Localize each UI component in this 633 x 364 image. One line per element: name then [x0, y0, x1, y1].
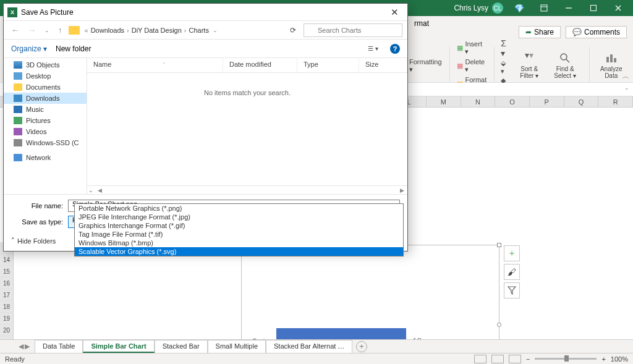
save-type-option[interactable]: Windows Bitmap (*.bmp) — [75, 239, 403, 247]
dialog-titlebar[interactable]: X Save As Picture ✕ — [4, 4, 407, 21]
breadcrumb-2[interactable]: DiY Data Design — [132, 27, 182, 34]
row-header[interactable]: 19 — [0, 313, 14, 324]
row-header[interactable]: 16 — [0, 277, 14, 289]
sheet-tab[interactable]: Small Multiple — [208, 340, 266, 353]
tree-item[interactable]: Pictures — [4, 115, 87, 126]
zoom-out-button[interactable]: − — [526, 355, 530, 363]
row-header[interactable]: 15 — [0, 266, 14, 277]
column-header-size[interactable]: Size — [359, 58, 407, 72]
view-pagelayout-button[interactable] — [491, 355, 504, 363]
view-normal-button[interactable] — [474, 355, 486, 363]
column-header[interactable]: P — [530, 96, 564, 107]
fill-icon[interactable]: ⬙ ▾ — [501, 59, 511, 75]
tree-item[interactable]: Documents — [4, 82, 87, 93]
delete-cells-button[interactable]: ▦Delete ▾ — [456, 57, 488, 74]
sheet-tab-bar: ◀ ▶ Data TableSimple Bar ChartStacked Ba… — [0, 339, 633, 353]
column-header[interactable]: Q — [564, 96, 599, 107]
view-mode-button[interactable]: ☰ ▾ — [365, 43, 381, 54]
chart-styles-button[interactable]: 🖌 — [504, 264, 520, 280]
autosum-icon[interactable]: Σ ▾ — [501, 38, 511, 58]
hide-folders-button[interactable]: ˄ Hide Folders — [11, 237, 56, 245]
save-type-option[interactable]: JPEG File Interchange Format (*.jpg) — [75, 213, 403, 221]
organize-button[interactable]: Organize ▾ — [11, 44, 47, 53]
chart-elements-button[interactable]: ＋ — [504, 245, 520, 261]
ribbon-display-icon[interactable] — [532, 0, 556, 16]
conditional-formatting-button[interactable]: Formatting ▾ — [408, 57, 443, 74]
breadcrumb[interactable]: « Downloads › DiY Data Design › Charts ⌄ — [83, 27, 283, 34]
scroll-left-icon[interactable]: ◀ — [96, 187, 104, 193]
sheet-tab[interactable]: Data Table — [35, 340, 83, 353]
search-input[interactable] — [304, 23, 402, 37]
share-button[interactable]: ➦ Share — [519, 26, 561, 38]
sort-filter-button[interactable]: Sort & Filter ▾ — [514, 52, 545, 79]
scroll-right-icon[interactable]: ▶ — [398, 187, 406, 193]
resize-handle-ne[interactable] — [497, 243, 501, 247]
breadcrumb-1[interactable]: Downloads — [91, 27, 124, 34]
column-header[interactable]: N — [461, 96, 496, 107]
tree-item[interactable]: 3D Objects — [4, 59, 87, 70]
save-type-option[interactable]: Portable Network Graphics (*.png) — [75, 204, 403, 213]
account-user[interactable]: Chris Lysy CL — [454, 2, 503, 14]
sheet-nav-next[interactable]: ▶ — [25, 342, 30, 350]
folder-icon — [14, 128, 22, 135]
refresh-button[interactable]: ⟳ — [286, 25, 300, 36]
help-button[interactable]: ? — [390, 44, 400, 54]
row-header[interactable]: 17 — [0, 289, 14, 301]
breadcrumb-3[interactable]: Charts — [189, 27, 209, 34]
status-ready: Ready — [5, 355, 25, 363]
nav-back-button[interactable]: ← — [9, 24, 22, 36]
save-type-option[interactable]: Graphics Interchange Format (*.gif) — [75, 221, 403, 230]
tree-item[interactable]: Desktop — [4, 70, 87, 82]
column-header-date[interactable]: Date modified — [223, 58, 297, 72]
tree-collapse-icon[interactable]: ⌄ — [88, 187, 93, 193]
tree-item[interactable]: Music — [4, 104, 87, 115]
tree-item[interactable]: Videos — [4, 126, 87, 137]
find-select-button[interactable]: Find & Select ▾ — [548, 52, 583, 79]
upsell-icon[interactable]: 💎 — [507, 0, 532, 16]
save-type-option[interactable]: Scalable Vector Graphics (*.svg) — [75, 247, 403, 256]
nav-recent-button[interactable]: ⌄ — [42, 26, 52, 35]
row-header[interactable]: 20 — [0, 324, 14, 336]
sheet-tab[interactable]: Stacked Bar — [155, 340, 208, 353]
column-header[interactable]: M — [427, 96, 461, 107]
tree-item[interactable]: Downloads — [4, 93, 87, 104]
column-header-type[interactable]: Type — [297, 58, 359, 72]
sheet-nav-prev[interactable]: ◀ — [19, 342, 23, 350]
column-header-name[interactable]: Name ˄ — [87, 58, 223, 72]
nav-forward-button[interactable]: → — [25, 24, 38, 36]
row-header[interactable]: 18 — [0, 301, 14, 313]
breadcrumb-dropdown-icon[interactable]: ⌄ — [213, 27, 218, 33]
ribbon-tab-format[interactable]: rmat — [408, 17, 435, 30]
new-folder-button[interactable]: New folder — [56, 44, 91, 53]
view-pagebreak-button[interactable] — [509, 355, 521, 363]
folder-icon — [14, 61, 22, 69]
comments-button[interactable]: 💬 Comments — [566, 26, 627, 38]
row-header[interactable]: 14 — [0, 254, 14, 266]
formula-bar-expand-icon[interactable]: ⌄ — [624, 85, 629, 91]
zoom-level[interactable]: 100% — [611, 355, 628, 363]
insert-cells-button[interactable]: ▦Insert ▾ — [456, 40, 488, 56]
save-type-dropdown-list[interactable]: Portable Network Graphics (*.png)JPEG Fi… — [74, 203, 404, 256]
nav-up-button[interactable]: ↑ — [56, 24, 65, 36]
tree-item[interactable]: Windows-SSD (C — [4, 137, 87, 148]
folder-tree[interactable]: 3D ObjectsDesktopDocumentsDownloadsMusic… — [4, 58, 87, 194]
save-type-option[interactable]: Tag Image File Format (*.tif) — [75, 230, 403, 239]
maximize-button[interactable] — [581, 0, 606, 16]
file-list[interactable]: Name ˄ Date modified Type Size No items … — [87, 58, 407, 194]
minimize-button[interactable] — [556, 0, 581, 16]
h-scrollbar[interactable]: ⌄ ◀ ▶ — [87, 185, 407, 194]
chart-filters-button[interactable] — [504, 282, 520, 298]
column-header[interactable]: R — [598, 96, 633, 107]
close-button[interactable] — [606, 0, 631, 16]
add-sheet-button[interactable]: ＋ — [356, 341, 367, 352]
dialog-close-button[interactable]: ✕ — [386, 6, 404, 19]
sheet-tab[interactable]: Stacked Bar Alternat … — [266, 340, 352, 353]
tree-item-network[interactable]: Network — [4, 152, 87, 163]
zoom-slider[interactable] — [535, 358, 597, 360]
sheet-tab[interactable]: Simple Bar Chart — [83, 340, 154, 353]
resize-handle-e[interactable] — [497, 323, 501, 327]
folder-icon — [69, 26, 80, 35]
column-header[interactable]: O — [495, 96, 530, 107]
zoom-in-button[interactable]: + — [601, 355, 605, 363]
collapse-ribbon-icon[interactable]: ︿ — [622, 72, 629, 81]
